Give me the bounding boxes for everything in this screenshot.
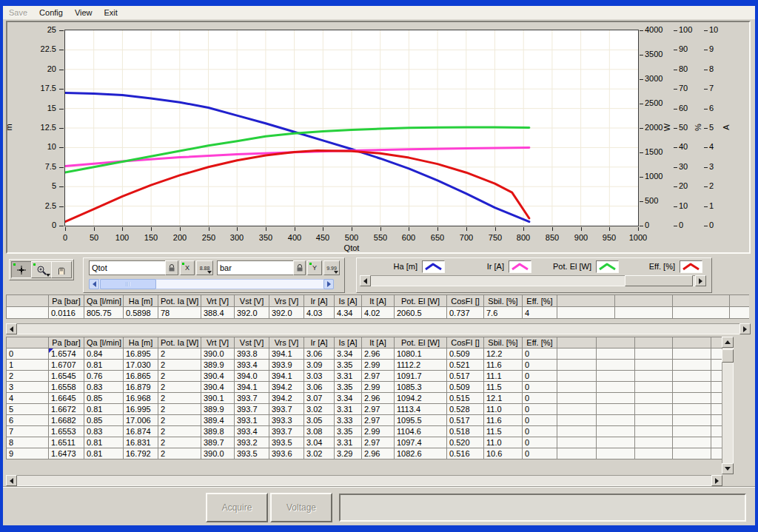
status-message-field[interactable] bbox=[339, 494, 746, 522]
cell: 0.737 bbox=[447, 307, 484, 319]
cell: 11.6 bbox=[484, 415, 523, 426]
menu-item-exit[interactable]: Exit bbox=[98, 6, 124, 19]
x-format-button[interactable]: 8.88 bbox=[196, 260, 213, 275]
header-cell bbox=[635, 337, 673, 349]
cursor-tool-button[interactable] bbox=[11, 261, 32, 278]
cell bbox=[711, 404, 722, 415]
header-cell: Vst [V] bbox=[235, 337, 269, 349]
zoom-tool-button[interactable] bbox=[31, 261, 52, 278]
x-autoscale-button[interactable]: X bbox=[180, 260, 195, 275]
scroll-up-icon bbox=[725, 340, 731, 344]
log-table-v-scrollbar-thumb[interactable] bbox=[722, 349, 734, 363]
log-table-scroll-left-button[interactable] bbox=[6, 475, 17, 486]
cell: 2.96 bbox=[362, 349, 395, 360]
pan-tool-button[interactable] bbox=[51, 261, 72, 278]
header-cell: Is [A] bbox=[335, 295, 362, 307]
cell: 0.81 bbox=[84, 448, 124, 459]
lock-icon bbox=[168, 263, 175, 272]
cell: 2.99 bbox=[362, 426, 395, 437]
legend-scrollbar-left-button[interactable] bbox=[360, 275, 371, 286]
cell: 10.6 bbox=[484, 448, 523, 459]
log-table-scroll-down-button[interactable] bbox=[722, 463, 734, 474]
cell: 393.5 bbox=[269, 437, 304, 448]
header-cell: Ha [m] bbox=[124, 295, 158, 307]
cell: 1.6553 bbox=[49, 426, 84, 437]
log-table-scroll-up-button[interactable] bbox=[722, 337, 734, 348]
header-cell: It [A] bbox=[362, 337, 395, 349]
y-autoscale-label: Y bbox=[312, 264, 317, 272]
scroll-right-icon bbox=[327, 281, 331, 287]
graph-x-scrollbar-left-button[interactable] bbox=[89, 279, 99, 289]
cell: 389.4 bbox=[201, 415, 235, 426]
acquire-button[interactable]: Acquire bbox=[206, 493, 268, 522]
cell: 0 bbox=[523, 360, 557, 371]
cell: 0.85 bbox=[84, 393, 124, 404]
legend-scrollbar-thumb[interactable] bbox=[625, 275, 693, 286]
cell: 393.7 bbox=[269, 426, 304, 437]
cell: 2 bbox=[158, 404, 201, 415]
cell: 0.83 bbox=[84, 426, 124, 437]
snapshot-table-h-scrollbar[interactable] bbox=[6, 323, 751, 334]
x-axis-lock-button[interactable] bbox=[165, 260, 178, 275]
cell: 394.1 bbox=[269, 349, 304, 360]
cell: 0 bbox=[523, 415, 557, 426]
cell: 1.6574 bbox=[49, 349, 84, 360]
cell: 0.83 bbox=[84, 382, 124, 393]
x-format-dropdown-icon bbox=[207, 271, 212, 274]
xy-graph-plot-area[interactable] bbox=[65, 30, 638, 226]
cell: 2060.5 bbox=[395, 307, 447, 319]
log-table-h-scrollbar[interactable] bbox=[6, 475, 722, 486]
snapshot-table-scroll-left-button[interactable] bbox=[6, 323, 17, 334]
cell: 1.6672 bbox=[49, 404, 84, 415]
legend-scrollbar-right-button[interactable] bbox=[695, 275, 706, 286]
cell: 390.4 bbox=[201, 382, 235, 393]
cell bbox=[673, 382, 711, 393]
header-cell bbox=[615, 295, 673, 307]
cell: 389.8 bbox=[201, 426, 235, 437]
graph-x-scrollbar-thumb[interactable] bbox=[100, 279, 156, 289]
header-cell: Sbil. [%] bbox=[484, 337, 523, 349]
cell bbox=[673, 393, 711, 404]
cell: 3.05 bbox=[304, 415, 335, 426]
cell: 7.6 bbox=[484, 307, 523, 319]
header-cell: Sbil. [%] bbox=[484, 295, 523, 307]
voltage-button[interactable]: Voltage bbox=[270, 493, 332, 522]
cell: 3.02 bbox=[304, 404, 335, 415]
cell: 0 bbox=[523, 371, 557, 382]
cell bbox=[673, 307, 730, 319]
y-axis-name-input[interactable] bbox=[217, 260, 295, 275]
cell: 2.96 bbox=[362, 393, 395, 404]
x-axis-name-input[interactable] bbox=[89, 260, 167, 275]
menu-item-view[interactable]: View bbox=[69, 6, 98, 19]
cell: 3.35 bbox=[335, 426, 362, 437]
log-table-scroll-right-button[interactable] bbox=[711, 475, 722, 486]
y-format-button[interactable]: 9.99 bbox=[323, 260, 340, 275]
header-cell: Pot. Ia [W] bbox=[158, 337, 201, 349]
cell bbox=[557, 349, 597, 360]
y-autoscale-button[interactable]: Y bbox=[307, 260, 322, 275]
cell: 12.2 bbox=[484, 349, 523, 360]
y-axis-lock-button[interactable] bbox=[293, 260, 306, 275]
cell: 390.0 bbox=[201, 349, 235, 360]
header-cell bbox=[557, 337, 597, 349]
cell: 394.2 bbox=[269, 382, 304, 393]
cell: 1094.2 bbox=[395, 393, 447, 404]
snapshot-table-scroll-right-button[interactable] bbox=[739, 323, 751, 334]
header-cell bbox=[730, 295, 750, 307]
cell: 805.75 bbox=[84, 307, 124, 319]
cell bbox=[557, 404, 597, 415]
menu-item-config[interactable]: Config bbox=[33, 6, 69, 19]
header-cell: Is [A] bbox=[335, 337, 362, 349]
graph-x-scrollbar-right-button[interactable] bbox=[323, 279, 334, 289]
cell: 3.31 bbox=[335, 404, 362, 415]
menu-item-save[interactable]: Save bbox=[3, 6, 33, 19]
cell: 393.8 bbox=[235, 349, 269, 360]
cell bbox=[597, 415, 635, 426]
cell: 2 bbox=[158, 349, 201, 360]
cell: 1091.7 bbox=[395, 371, 447, 382]
log-table: Pa [bar]Qa [l/min]Ha [m]Pot. Ia [W]Vrt [… bbox=[6, 337, 722, 474]
header-cell: Qa [l/min] bbox=[84, 295, 124, 307]
cell: 0.521 bbox=[447, 360, 484, 371]
cell: 1.6682 bbox=[49, 415, 84, 426]
magnifier-icon bbox=[36, 265, 47, 275]
